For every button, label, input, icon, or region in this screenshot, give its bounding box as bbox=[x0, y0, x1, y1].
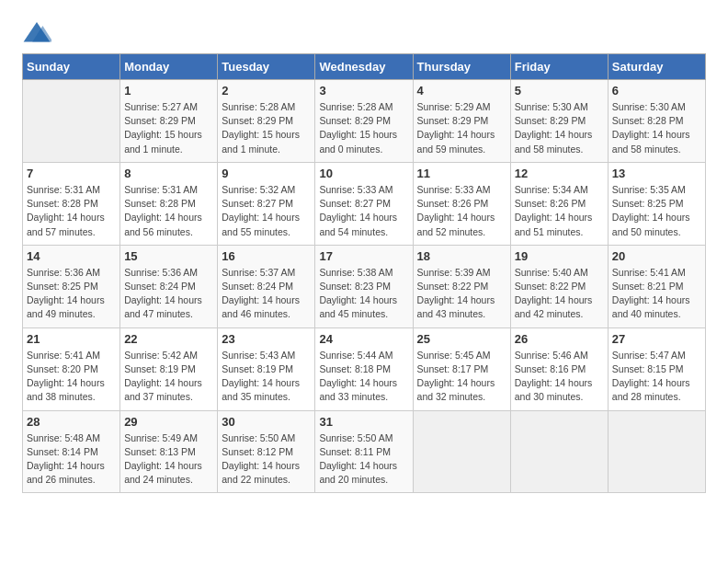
day-info: Sunrise: 5:31 AM Sunset: 8:28 PM Dayligh… bbox=[124, 183, 213, 239]
day-info: Sunrise: 5:40 AM Sunset: 8:22 PM Dayligh… bbox=[515, 266, 604, 322]
day-info: Sunrise: 5:44 AM Sunset: 8:18 PM Dayligh… bbox=[319, 349, 408, 405]
weekday-header-row: SundayMondayTuesdayWednesdayThursdayFrid… bbox=[23, 54, 706, 80]
day-cell-0-5: 5Sunrise: 5:30 AM Sunset: 8:29 PM Daylig… bbox=[510, 80, 608, 163]
day-info: Sunrise: 5:30 AM Sunset: 8:29 PM Dayligh… bbox=[515, 100, 604, 156]
day-number: 2 bbox=[222, 84, 311, 98]
day-cell-4-3: 31Sunrise: 5:50 AM Sunset: 8:11 PM Dayli… bbox=[315, 410, 413, 493]
day-info: Sunrise: 5:33 AM Sunset: 8:27 PM Dayligh… bbox=[319, 183, 408, 239]
day-cell-0-3: 3Sunrise: 5:28 AM Sunset: 8:29 PM Daylig… bbox=[315, 80, 413, 163]
day-number: 21 bbox=[27, 332, 116, 346]
day-info: Sunrise: 5:32 AM Sunset: 8:27 PM Dayligh… bbox=[222, 183, 311, 239]
day-info: Sunrise: 5:35 AM Sunset: 8:25 PM Dayligh… bbox=[612, 183, 701, 239]
day-info: Sunrise: 5:30 AM Sunset: 8:28 PM Dayligh… bbox=[612, 100, 701, 156]
day-cell-2-3: 17Sunrise: 5:38 AM Sunset: 8:23 PM Dayli… bbox=[315, 245, 413, 327]
day-info: Sunrise: 5:50 AM Sunset: 8:12 PM Dayligh… bbox=[222, 431, 311, 488]
day-number: 5 bbox=[515, 84, 604, 98]
day-number: 14 bbox=[27, 249, 116, 263]
day-number: 28 bbox=[27, 415, 116, 429]
day-info: Sunrise: 5:49 AM Sunset: 8:13 PM Dayligh… bbox=[124, 431, 213, 488]
week-row-1: 7Sunrise: 5:31 AM Sunset: 8:28 PM Daylig… bbox=[23, 162, 706, 245]
day-cell-3-1: 22Sunrise: 5:42 AM Sunset: 8:19 PM Dayli… bbox=[120, 327, 218, 410]
day-cell-1-1: 8Sunrise: 5:31 AM Sunset: 8:28 PM Daylig… bbox=[120, 162, 218, 245]
day-cell-3-5: 26Sunrise: 5:46 AM Sunset: 8:16 PM Dayli… bbox=[510, 327, 608, 410]
day-cell-2-0: 14Sunrise: 5:36 AM Sunset: 8:25 PM Dayli… bbox=[23, 245, 120, 327]
day-number: 22 bbox=[124, 332, 213, 346]
week-row-4: 28Sunrise: 5:48 AM Sunset: 8:14 PM Dayli… bbox=[23, 410, 706, 493]
day-info: Sunrise: 5:28 AM Sunset: 8:29 PM Dayligh… bbox=[319, 100, 408, 156]
page-header bbox=[22, 18, 706, 48]
day-cell-3-4: 25Sunrise: 5:45 AM Sunset: 8:17 PM Dayli… bbox=[413, 327, 510, 410]
weekday-header-monday: Monday bbox=[120, 54, 218, 80]
day-number: 10 bbox=[319, 167, 408, 180]
day-info: Sunrise: 5:46 AM Sunset: 8:16 PM Dayligh… bbox=[515, 349, 604, 405]
logo-icon bbox=[22, 18, 51, 48]
weekday-header-saturday: Saturday bbox=[608, 54, 705, 80]
day-cell-4-5 bbox=[510, 410, 608, 493]
day-info: Sunrise: 5:41 AM Sunset: 8:21 PM Dayligh… bbox=[612, 266, 701, 322]
day-number: 20 bbox=[612, 249, 701, 263]
day-number: 27 bbox=[612, 332, 701, 346]
weekday-header-tuesday: Tuesday bbox=[218, 54, 315, 80]
day-cell-1-6: 13Sunrise: 5:35 AM Sunset: 8:25 PM Dayli… bbox=[608, 162, 705, 245]
day-cell-0-6: 6Sunrise: 5:30 AM Sunset: 8:28 PM Daylig… bbox=[608, 80, 705, 163]
day-cell-1-3: 10Sunrise: 5:33 AM Sunset: 8:27 PM Dayli… bbox=[315, 162, 413, 245]
day-info: Sunrise: 5:29 AM Sunset: 8:29 PM Dayligh… bbox=[417, 100, 506, 156]
day-info: Sunrise: 5:41 AM Sunset: 8:20 PM Dayligh… bbox=[27, 349, 116, 405]
day-info: Sunrise: 5:38 AM Sunset: 8:23 PM Dayligh… bbox=[319, 266, 408, 322]
day-info: Sunrise: 5:43 AM Sunset: 8:19 PM Dayligh… bbox=[222, 349, 311, 405]
day-number: 17 bbox=[319, 249, 408, 263]
day-cell-1-0: 7Sunrise: 5:31 AM Sunset: 8:28 PM Daylig… bbox=[23, 162, 120, 245]
day-cell-0-4: 4Sunrise: 5:29 AM Sunset: 8:29 PM Daylig… bbox=[413, 80, 510, 163]
day-info: Sunrise: 5:47 AM Sunset: 8:15 PM Dayligh… bbox=[612, 349, 701, 405]
day-number: 30 bbox=[222, 415, 311, 429]
day-number: 15 bbox=[124, 249, 213, 263]
day-number: 13 bbox=[612, 167, 701, 180]
day-cell-0-0 bbox=[23, 80, 120, 163]
day-number: 16 bbox=[222, 249, 311, 263]
weekday-header-friday: Friday bbox=[510, 54, 608, 80]
day-number: 4 bbox=[417, 84, 506, 98]
day-cell-1-4: 11Sunrise: 5:33 AM Sunset: 8:26 PM Dayli… bbox=[413, 162, 510, 245]
day-info: Sunrise: 5:45 AM Sunset: 8:17 PM Dayligh… bbox=[417, 349, 506, 405]
day-cell-4-4 bbox=[413, 410, 510, 493]
day-cell-3-2: 23Sunrise: 5:43 AM Sunset: 8:19 PM Dayli… bbox=[218, 327, 315, 410]
weekday-header-thursday: Thursday bbox=[413, 54, 510, 80]
day-cell-1-2: 9Sunrise: 5:32 AM Sunset: 8:27 PM Daylig… bbox=[218, 162, 315, 245]
day-info: Sunrise: 5:33 AM Sunset: 8:26 PM Dayligh… bbox=[417, 183, 506, 239]
day-cell-2-2: 16Sunrise: 5:37 AM Sunset: 8:24 PM Dayli… bbox=[218, 245, 315, 327]
day-number: 9 bbox=[222, 167, 311, 180]
day-number: 11 bbox=[417, 167, 506, 180]
day-cell-0-2: 2Sunrise: 5:28 AM Sunset: 8:29 PM Daylig… bbox=[218, 80, 315, 163]
day-number: 26 bbox=[515, 332, 604, 346]
day-cell-4-1: 29Sunrise: 5:49 AM Sunset: 8:13 PM Dayli… bbox=[120, 410, 218, 493]
day-info: Sunrise: 5:31 AM Sunset: 8:28 PM Dayligh… bbox=[27, 183, 116, 239]
day-cell-3-3: 24Sunrise: 5:44 AM Sunset: 8:18 PM Dayli… bbox=[315, 327, 413, 410]
day-cell-2-1: 15Sunrise: 5:36 AM Sunset: 8:24 PM Dayli… bbox=[120, 245, 218, 327]
day-info: Sunrise: 5:34 AM Sunset: 8:26 PM Dayligh… bbox=[515, 183, 604, 239]
day-cell-4-0: 28Sunrise: 5:48 AM Sunset: 8:14 PM Dayli… bbox=[23, 410, 120, 493]
day-number: 8 bbox=[124, 167, 213, 180]
day-number: 31 bbox=[319, 415, 408, 429]
day-cell-2-6: 20Sunrise: 5:41 AM Sunset: 8:21 PM Dayli… bbox=[608, 245, 705, 327]
day-info: Sunrise: 5:36 AM Sunset: 8:25 PM Dayligh… bbox=[27, 266, 116, 322]
day-cell-0-1: 1Sunrise: 5:27 AM Sunset: 8:29 PM Daylig… bbox=[120, 80, 218, 163]
day-cell-1-5: 12Sunrise: 5:34 AM Sunset: 8:26 PM Dayli… bbox=[510, 162, 608, 245]
weekday-header-sunday: Sunday bbox=[23, 54, 120, 80]
day-info: Sunrise: 5:27 AM Sunset: 8:29 PM Dayligh… bbox=[124, 100, 213, 156]
day-number: 29 bbox=[124, 415, 213, 429]
day-cell-4-2: 30Sunrise: 5:50 AM Sunset: 8:12 PM Dayli… bbox=[218, 410, 315, 493]
day-info: Sunrise: 5:28 AM Sunset: 8:29 PM Dayligh… bbox=[222, 100, 311, 156]
day-info: Sunrise: 5:37 AM Sunset: 8:24 PM Dayligh… bbox=[222, 266, 311, 322]
day-number: 19 bbox=[515, 249, 604, 263]
day-info: Sunrise: 5:39 AM Sunset: 8:22 PM Dayligh… bbox=[417, 266, 506, 322]
week-row-2: 14Sunrise: 5:36 AM Sunset: 8:25 PM Dayli… bbox=[23, 245, 706, 327]
day-cell-3-0: 21Sunrise: 5:41 AM Sunset: 8:20 PM Dayli… bbox=[23, 327, 120, 410]
day-number: 25 bbox=[417, 332, 506, 346]
day-number: 24 bbox=[319, 332, 408, 346]
day-cell-4-6 bbox=[608, 410, 705, 493]
day-cell-2-4: 18Sunrise: 5:39 AM Sunset: 8:22 PM Dayli… bbox=[413, 245, 510, 327]
day-info: Sunrise: 5:36 AM Sunset: 8:24 PM Dayligh… bbox=[124, 266, 213, 322]
day-number: 1 bbox=[124, 84, 213, 98]
week-row-3: 21Sunrise: 5:41 AM Sunset: 8:20 PM Dayli… bbox=[23, 327, 706, 410]
day-cell-2-5: 19Sunrise: 5:40 AM Sunset: 8:22 PM Dayli… bbox=[510, 245, 608, 327]
